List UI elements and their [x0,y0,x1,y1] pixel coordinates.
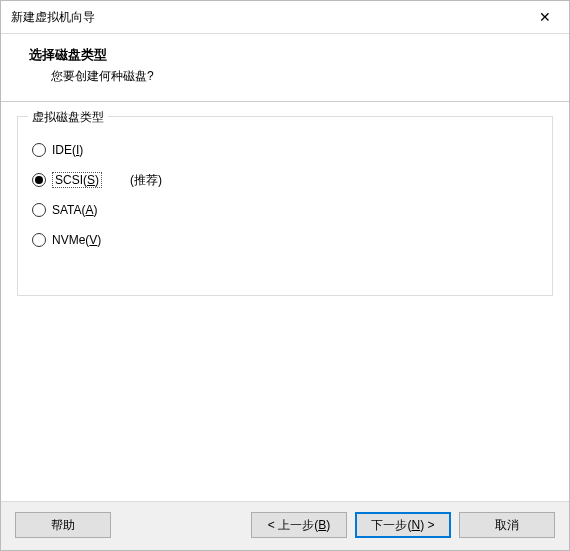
group-label: 虚拟磁盘类型 [28,109,108,126]
cancel-button[interactable]: 取消 [459,512,555,538]
help-button[interactable]: 帮助 [15,512,111,538]
radio-label: IDE(I) [52,143,83,157]
window-title: 新建虚拟机向导 [11,9,95,26]
radio-icon [32,143,46,157]
radio-option-nvme[interactable]: NVMe(V) [32,225,538,255]
wizard-footer: 帮助 < 上一步(B) 下一步(N) > 取消 [1,501,569,550]
wizard-header: 选择磁盘类型 您要创建何种磁盘? [1,34,569,102]
radio-label: SCSI(S) [52,172,102,188]
radio-icon [32,203,46,217]
disk-type-group: 虚拟磁盘类型 IDE(I) SCSI(S) (推荐) SATA(A) [17,116,553,296]
radio-option-scsi[interactable]: SCSI(S) (推荐) [32,165,538,195]
radio-option-sata[interactable]: SATA(A) [32,195,538,225]
close-icon: ✕ [539,9,551,25]
page-subtitle: 您要创建何种磁盘? [51,68,549,85]
titlebar: 新建虚拟机向导 ✕ [1,1,569,34]
next-button[interactable]: 下一步(N) > [355,512,451,538]
radio-label: SATA(A) [52,203,98,217]
page-title: 选择磁盘类型 [29,46,549,64]
radio-label: NVMe(V) [52,233,101,247]
wizard-content: 虚拟磁盘类型 IDE(I) SCSI(S) (推荐) SATA(A) [1,102,569,501]
radio-icon [32,173,46,187]
radio-icon [32,233,46,247]
close-button[interactable]: ✕ [531,7,559,27]
radio-option-ide[interactable]: IDE(I) [32,135,538,165]
back-button[interactable]: < 上一步(B) [251,512,347,538]
recommended-label: (推荐) [130,172,162,189]
